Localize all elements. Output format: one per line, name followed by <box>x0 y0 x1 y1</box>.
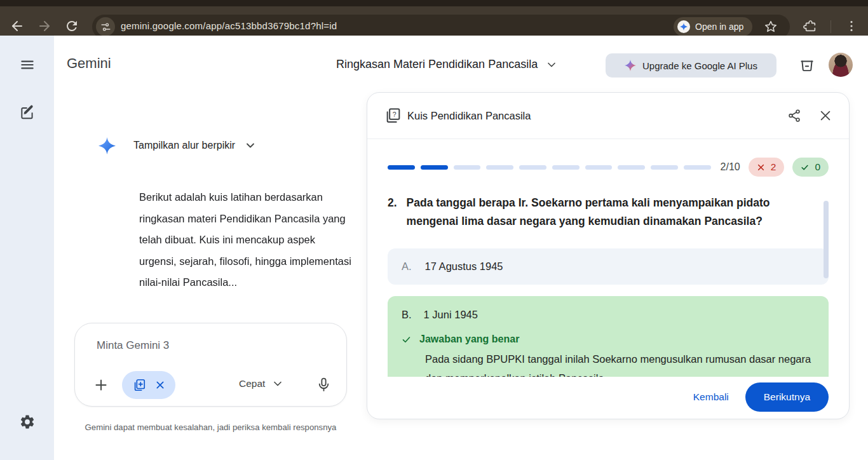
chevron-down-icon <box>244 139 257 152</box>
progress-segment <box>388 165 415 170</box>
progress-segment <box>454 165 481 170</box>
quiz-panel: ? Kuis Pendidikan Pancasila 2/10 2 <box>367 92 850 419</box>
scrollbar-thumb[interactable] <box>824 201 829 278</box>
check-icon <box>801 163 809 172</box>
composer-placeholder[interactable]: Minta Gemini 3 <box>97 339 169 352</box>
extensions-icon[interactable] <box>803 19 817 33</box>
gemini-sparkle-icon <box>677 20 690 33</box>
model-picker[interactable]: Cepat <box>239 377 284 390</box>
chevron-down-icon <box>545 58 558 71</box>
wrong-count-badge: 2 <box>749 158 785 177</box>
composer[interactable]: Minta Gemini 3 Cepat <box>74 323 347 407</box>
microphone-icon[interactable] <box>316 377 332 393</box>
conversation-title: Ringkasan Materi Pendidikan Pancasila <box>336 58 538 71</box>
progress-segment <box>651 165 678 170</box>
thinking-toggle[interactable]: Tampilkan alur berpikir <box>133 139 257 152</box>
quiz-content: 2/10 2 0 2. Pada tanggal berapa Ir. Soek… <box>367 139 849 377</box>
gemini-app: Gemini Ringkasan Materi Pendidikan Panca… <box>0 36 868 460</box>
plus-icon[interactable] <box>93 377 109 393</box>
quiz-header: ? Kuis Pendidikan Pancasila <box>367 93 849 139</box>
check-icon <box>402 335 411 344</box>
progress-track <box>388 165 711 170</box>
quiz-tool-chip[interactable] <box>122 371 175 399</box>
progress-row: 2/10 2 0 <box>388 158 829 177</box>
browser-toolbar: gemini.google.com/app/ac513bbd3679bc1d?h… <box>0 6 868 36</box>
bookmark-star-icon[interactable] <box>764 20 778 34</box>
thinking-toggle-label: Tampilkan alur berpikir <box>133 140 235 151</box>
chip-close-icon <box>155 380 165 390</box>
option-text: 1 Juni 1945 <box>424 309 478 321</box>
avatar[interactable] <box>829 53 853 77</box>
model-label: Cepat <box>239 378 265 389</box>
site-info-icon[interactable] <box>96 17 115 36</box>
answer-explanation: Pada sidang BPUPKI tanggal inilah Soekar… <box>425 349 816 377</box>
new-chat-icon[interactable] <box>19 104 36 121</box>
progress-segment <box>618 165 645 170</box>
progress-label: 2/10 <box>721 161 740 173</box>
share-icon[interactable] <box>787 109 801 123</box>
back-button[interactable]: Kembali <box>693 391 729 403</box>
option-letter: B. <box>402 309 412 321</box>
open-in-app-button[interactable]: Open in app <box>674 17 752 36</box>
screen: gemini.google.com/app/ac513bbd3679bc1d?h… <box>0 0 868 460</box>
upgrade-button[interactable]: Upgrade ke Google AI Plus <box>606 53 776 78</box>
question-number: 2. <box>388 194 397 231</box>
sidebar <box>0 36 54 460</box>
close-icon[interactable] <box>818 109 832 123</box>
progress-segment <box>684 165 711 170</box>
question-text: Pada tanggal berapa Ir. Soekarno pertama… <box>407 194 807 231</box>
x-icon <box>757 163 765 172</box>
conversation-title-dropdown[interactable]: Ringkasan Materi Pendidikan Pancasila <box>336 58 558 71</box>
browser-tab-strip <box>0 0 868 6</box>
reload-icon[interactable] <box>64 18 79 34</box>
verdict-row: Jawaban yang benar <box>402 334 815 345</box>
question: 2. Pada tanggal berapa Ir. Soekarno pert… <box>388 194 807 231</box>
disclaimer-text: Gemini dapat membuat kesalahan, jadi per… <box>74 421 347 434</box>
gemini-response-sparkle-icon <box>98 137 116 154</box>
chevron-down-icon <box>271 377 284 390</box>
basket-icon[interactable] <box>799 57 815 73</box>
next-button[interactable]: Berikutnya <box>745 382 829 412</box>
flashcards-icon <box>132 378 146 392</box>
progress-segment <box>519 165 546 170</box>
quiz-card-icon: ? <box>384 107 402 125</box>
browser-menu-icon[interactable] <box>844 19 858 33</box>
url-text[interactable]: gemini.google.com/app/ac513bbd3679bc1d?h… <box>121 20 337 31</box>
progress-segment <box>585 165 613 170</box>
verdict-label: Jawaban yang benar <box>419 334 519 345</box>
settings-gear-icon[interactable] <box>19 414 36 430</box>
progress-segment <box>552 165 580 170</box>
option-text: 17 Agustus 1945 <box>425 260 503 273</box>
multicolor-sparkle-icon <box>625 60 636 71</box>
progress-segment <box>421 165 448 170</box>
option-a[interactable]: A. 17 Agustus 1945 <box>388 248 829 285</box>
option-letter: A. <box>402 260 412 273</box>
correct-count-badge: 0 <box>792 158 829 177</box>
quiz-footer: Kembali Berikutnya <box>367 375 849 419</box>
quiz-title: Kuis Pendidikan Pancasila <box>407 110 531 122</box>
open-in-app-label: Open in app <box>695 22 743 32</box>
toolbar-divider <box>831 20 831 33</box>
menu-hamburger-icon[interactable] <box>19 57 36 73</box>
svg-text:?: ? <box>393 111 397 118</box>
back-icon[interactable] <box>10 18 25 34</box>
option-b-correct[interactable]: B. 1 Juni 1945 Jawaban yang benar Pada s… <box>388 296 829 377</box>
forward-icon[interactable] <box>37 18 52 34</box>
app-name: Gemini <box>67 55 111 72</box>
assistant-message: Berikut adalah kuis latihan berdasarkan … <box>139 187 353 341</box>
progress-segment <box>486 165 513 170</box>
upgrade-label: Upgrade ke Google AI Plus <box>642 60 757 71</box>
